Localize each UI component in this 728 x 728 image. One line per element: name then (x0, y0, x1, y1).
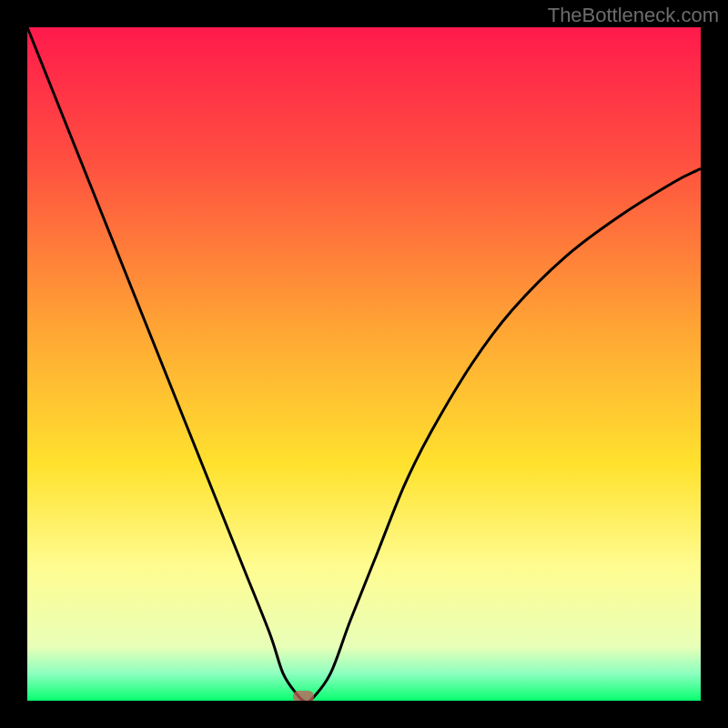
plot-area (27, 27, 701, 701)
bottleneck-curve (27, 27, 701, 701)
watermark-label: TheBottleneck.com (548, 4, 719, 27)
baseline-marker (293, 691, 315, 701)
chart-frame: TheBottleneck.com (0, 0, 728, 728)
